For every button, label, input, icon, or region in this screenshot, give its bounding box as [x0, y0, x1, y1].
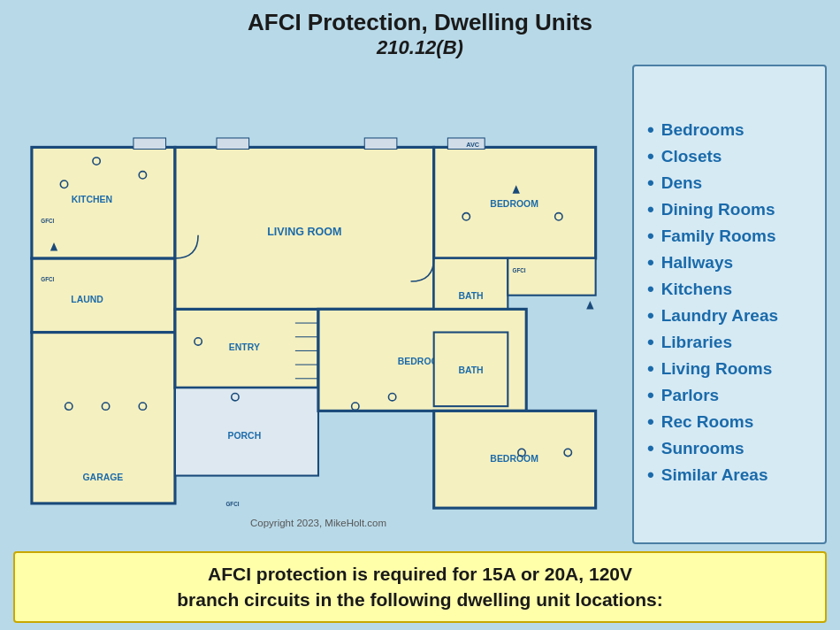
- bedroom3-label: BEDROOM: [490, 454, 538, 464]
- title-main: AFCI Protection, Dwelling Units: [248, 9, 592, 36]
- svg-text:GFCI: GFCI: [513, 267, 526, 273]
- svg-rect-40: [364, 138, 397, 150]
- laund-label: LAUND: [71, 295, 103, 304]
- svg-rect-39: [217, 138, 249, 150]
- main-container: AFCI Protection, Dwelling Units 210.12(B…: [0, 0, 840, 630]
- svg-text:AVC: AVC: [466, 141, 480, 149]
- living-room-label: LIVING ROOM: [267, 226, 341, 238]
- kitchen-label: KITCHEN: [72, 195, 112, 204]
- title-sub: 210.12(B): [248, 36, 592, 59]
- list-item: Parlors: [647, 384, 812, 407]
- list-item: Sunrooms: [647, 437, 812, 460]
- svg-text:GFCI: GFCI: [41, 276, 54, 282]
- bath2-label: BATH: [458, 365, 483, 375]
- content-row: GARAGE LAUND KITCHEN POWDER ROOM ENTRY L…: [13, 65, 827, 544]
- bottom-box: AFCI protection is required for 15A or 2…: [13, 551, 827, 623]
- list-item: Closets: [647, 145, 812, 168]
- list-item: Laundry Areas: [647, 304, 812, 327]
- list-panel: BedroomsClosetsDensDining RoomsFamily Ro…: [632, 65, 827, 544]
- svg-text:GFCI: GFCI: [225, 501, 239, 507]
- list-item: Libraries: [647, 331, 812, 354]
- list-item: Hallways: [647, 251, 812, 274]
- copyright-text: Copyright 2023, MikeHolt.com: [250, 518, 386, 528]
- list-item: Similar Areas: [647, 464, 812, 487]
- bedroom1-label: BEDROOM: [490, 199, 538, 209]
- garage-label: GARAGE: [83, 472, 124, 482]
- list-item: Family Rooms: [647, 225, 812, 248]
- afci-list: BedroomsClosetsDensDining RoomsFamily Ro…: [647, 119, 812, 490]
- list-item: Dining Rooms: [647, 198, 812, 221]
- svg-text:GFCI: GFCI: [41, 218, 54, 224]
- list-item: Bedrooms: [647, 119, 812, 142]
- list-item: Rec Rooms: [647, 411, 812, 434]
- list-item: Dens: [647, 172, 812, 195]
- floorplan-svg: GARAGE LAUND KITCHEN POWDER ROOM ENTRY L…: [13, 65, 623, 544]
- porch-label: PORCH: [228, 431, 262, 441]
- bath1-label: BATH: [458, 291, 483, 301]
- svg-rect-1: [32, 258, 175, 333]
- title-area: AFCI Protection, Dwelling Units 210.12(B…: [248, 9, 592, 59]
- svg-marker-45: [586, 301, 593, 309]
- list-item: Living Rooms: [647, 357, 812, 380]
- bottom-text: AFCI protection is required for 15A or 2…: [28, 562, 812, 612]
- svg-rect-38: [134, 138, 166, 150]
- floorplan-area: GARAGE LAUND KITCHEN POWDER ROOM ENTRY L…: [13, 65, 623, 544]
- entry-label: ENTRY: [229, 342, 260, 352]
- list-item: Kitchens: [647, 278, 812, 301]
- svg-rect-9: [508, 258, 595, 296]
